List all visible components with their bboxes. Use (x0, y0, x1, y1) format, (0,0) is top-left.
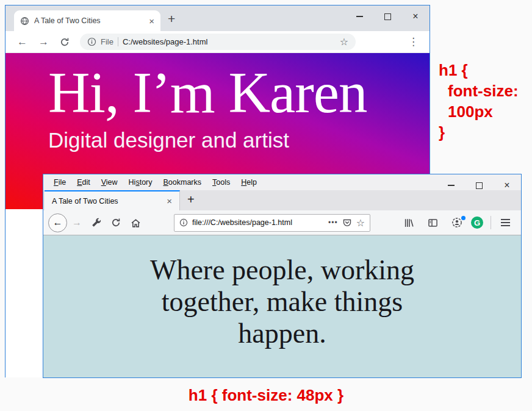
account-icon[interactable] (447, 217, 467, 228)
grammarly-extension-icon[interactable]: G (471, 216, 483, 229)
page-actions-icon[interactable]: ••• (328, 218, 338, 227)
hero-subheading: Digital designer and artist (48, 128, 430, 152)
menu-item-view[interactable]: View (96, 178, 123, 187)
toolbar-divider (491, 216, 491, 229)
desktop-canvas: A Tale of Two Cities × + × ← → (0, 0, 532, 411)
menu-item-file[interactable]: File (48, 178, 71, 187)
firefox-toolbar-icons: G (399, 216, 516, 229)
annotation-line: h1 { (439, 60, 519, 80)
css-annotation-right: h1 { font-size: 100px } (439, 60, 519, 143)
chrome-forward-icon[interactable]: → (33, 36, 54, 48)
library-icon[interactable] (399, 218, 419, 228)
firefox-navigation-toolbar: ← → (43, 210, 521, 235)
chrome-reload-icon[interactable] (54, 37, 75, 47)
chrome-back-icon[interactable]: ← (12, 36, 33, 48)
annotation-line: } (439, 122, 519, 143)
address-bar-divider (118, 37, 118, 46)
wrench-icon[interactable] (87, 218, 106, 227)
chrome-tab-close-icon[interactable]: × (149, 16, 154, 26)
chrome-overflow-menu-icon[interactable]: ⋮ (403, 35, 423, 48)
firefox-page-heading: Where people, working together, make thi… (43, 235, 521, 349)
menu-item-edit[interactable]: Edit (71, 178, 96, 187)
chrome-window-controls: × (345, 5, 430, 27)
chrome-navigation-toolbar: ← → File C:/websites/page-1.h (5, 31, 430, 53)
info-icon[interactable] (87, 37, 96, 46)
chrome-address-bar[interactable]: File C:/websites/page-1.html ☆ (80, 34, 356, 50)
chrome-url-text[interactable]: C:/websites/page-1.html (123, 37, 336, 46)
menu-item-history[interactable]: History (123, 178, 158, 187)
chrome-new-tab-button[interactable]: + (168, 12, 175, 26)
firefox-page-viewport: Where people, working together, make thi… (43, 235, 521, 377)
firefox-forward-icon[interactable]: → (67, 217, 87, 228)
home-icon[interactable] (126, 218, 146, 228)
pocket-icon[interactable] (342, 218, 352, 227)
hamburger-menu-icon[interactable] (498, 219, 516, 226)
css-annotation-bottom: h1 { font-size: 48px } (0, 386, 532, 405)
chrome-tab-strip[interactable]: A Tale of Two Cities × + × (5, 5, 430, 31)
annotation-line: 100px (439, 101, 519, 122)
firefox-new-tab-button[interactable]: + (187, 193, 195, 207)
globe-favicon-icon (20, 16, 29, 26)
sidebar-icon[interactable] (423, 218, 443, 228)
menu-item-tools[interactable]: Tools (207, 178, 235, 187)
chrome-maximize-button[interactable] (373, 5, 401, 27)
firefox-tab-title: A Tale of Two Cities (52, 197, 162, 206)
notification-dot (461, 216, 466, 220)
chrome-tab-title: A Tale of Two Cities (34, 16, 144, 25)
bookmark-star-icon[interactable]: ☆ (356, 217, 365, 229)
hero-heading: Hi, I’m Karen (48, 62, 430, 124)
firefox-tab-strip[interactable]: A Tale of Two Cities × + (43, 190, 521, 210)
menu-item-bookmarks[interactable]: Bookmarks (158, 178, 207, 187)
firefox-back-icon[interactable]: ← (48, 213, 67, 232)
firefox-address-bar[interactable]: file:///C:/websites/page-1.html ••• ☆ (174, 214, 370, 232)
chrome-minimize-button[interactable] (345, 5, 373, 27)
chrome-file-scheme-label: File (101, 37, 113, 46)
annotation-line: font-size: (439, 80, 519, 101)
menu-item-help[interactable]: Help (235, 178, 262, 187)
info-icon[interactable] (179, 218, 188, 227)
bookmark-star-icon[interactable]: ☆ (340, 36, 348, 48)
firefox-browser-window: FileEditViewHistoryBookmarksToolsHelp × … (43, 174, 522, 378)
firefox-tab-close-icon[interactable]: × (167, 196, 172, 206)
firefox-active-tab[interactable]: A Tale of Two Cities × (45, 190, 180, 210)
chrome-active-tab[interactable]: A Tale of Two Cities × (14, 10, 160, 31)
firefox-url-text[interactable]: file:///C:/websites/page-1.html (192, 218, 324, 227)
firefox-reload-icon[interactable] (106, 218, 126, 227)
chrome-close-button[interactable]: × (401, 5, 430, 27)
